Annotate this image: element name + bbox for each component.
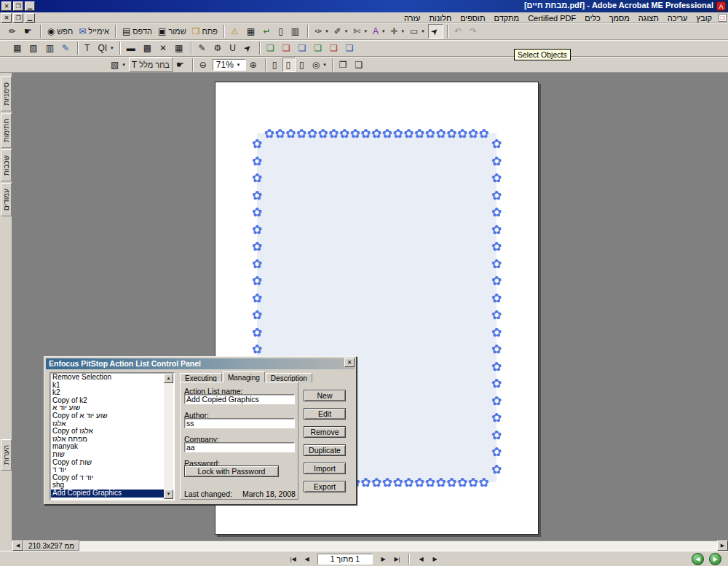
underline-tool[interactable]: U [227,41,240,55]
previous-page-button[interactable]: ◀ [301,553,313,565]
undo-button[interactable]: ↶ [452,24,466,39]
halftone-tool[interactable]: ▩ [141,41,156,55]
doc-restore-button[interactable]: ❐ [13,13,23,23]
scrollbar-track[interactable] [164,383,173,490]
zoom-level-select[interactable]: 71% [213,59,246,71]
first-page-button[interactable]: |◀ [287,553,299,565]
previous-view-circle-button[interactable]: ◀ [692,553,704,565]
doc-close-button[interactable]: ✕ [1,13,12,23]
properties-tool[interactable]: ⚙ [211,41,226,55]
form-tool[interactable]: ▥ [289,24,304,39]
action-list-item[interactable]: שות [51,451,164,459]
align-tool[interactable]: ▬ [124,41,140,55]
text-color-dropdown[interactable]: A [371,24,387,39]
redo-button[interactable]: ↷ [467,24,481,39]
sidebar-tab[interactable]: סימניות [1,76,12,111]
menu-item[interactable]: כלים [580,13,604,23]
action-list-item[interactable]: Copy of שות [51,459,164,467]
open-button[interactable]: ❒ פתח [190,24,220,39]
company-input[interactable]: aa [184,442,295,452]
fit-page-button[interactable]: ▯ [282,58,296,72]
next-page-button[interactable]: ▶ [377,553,389,565]
menu-item[interactable]: חלונות [424,13,456,23]
new-button[interactable]: New [304,390,346,401]
action-list-item[interactable]: Copy of אלגז [51,428,164,436]
zoom-out-button[interactable]: ⊖ [197,58,211,72]
action-list-item[interactable]: אלגז [51,420,164,428]
scroll-left-button[interactable]: ◀ [12,541,23,551]
action-doc-button-4[interactable]: ❏ [312,41,326,55]
action-doc-button-3[interactable]: ❏ [296,41,310,55]
action-list-item[interactable]: Add Copied Graphics [51,490,164,498]
export-button[interactable]: Export [304,481,346,492]
menu-item[interactable]: Certified PDF [523,13,580,23]
author-input[interactable]: ss [184,418,295,428]
pointer-tool[interactable]: ➤ [242,41,256,55]
action-list-item[interactable]: Remove Selection [51,374,164,382]
print-button[interactable]: ▤ הדפס [120,24,154,39]
action-list-item[interactable]: k2 [51,389,164,397]
fit-width-button[interactable]: ▯ [297,58,309,72]
shape-tools-dropdown[interactable]: ▭ [408,24,427,39]
page-number-field[interactable]: 1 מתוך 1 [317,554,373,565]
previous-view-button[interactable]: ◀ [415,553,427,565]
minimize-button[interactable]: ▁ [25,1,35,11]
scrollbar-track[interactable] [79,541,717,551]
last-page-button[interactable]: ▶| [391,553,403,565]
pitstop-grid-tool[interactable]: ▦ [11,41,25,55]
qi-dropdown[interactable]: QI [95,41,115,55]
select-text-button[interactable]: T בחר מלל [129,58,173,72]
save-button[interactable]: ▣ שמור [156,24,189,39]
edit-text-tool[interactable]: T [82,41,94,55]
action-list-name-input[interactable]: Add Copied Graphics [184,394,295,404]
object-select-dropdown[interactable]: ▧ [108,58,127,72]
email-button[interactable]: ✉ אימייל [76,24,111,39]
zoom-in-button[interactable]: ⊕ [248,58,261,72]
delete-object-tool[interactable]: ✕ [157,41,171,55]
pitstop-edit-tool[interactable]: ✏ [7,24,20,39]
action-doc-button-5[interactable]: ❏ [328,41,342,55]
menu-item[interactable]: תוספים [456,13,489,23]
action-list-item[interactable]: Copy of k2 [51,397,164,405]
action-list-item[interactable]: k1 [51,382,164,390]
action-doc-button-1[interactable]: ❏ [264,41,279,55]
next-page-view-button[interactable]: ❑ [352,58,367,72]
next-view-button[interactable]: ▶ [429,553,441,565]
dialog-titlebar[interactable]: Enfocus PitStop Action List Control Pane… [46,358,355,369]
close-button[interactable]: ✕ [1,1,12,11]
find-button[interactable]: ◉ חפש [45,24,75,39]
restore-button[interactable]: ❐ [13,1,23,11]
actual-size-button[interactable]: ▯ [270,58,282,72]
select-objects-tool[interactable]: ➤ [428,24,443,39]
panel-tool[interactable]: ▯ [276,24,288,39]
crosshair-tools-dropdown[interactable]: ✛ [388,24,406,39]
edit-button[interactable]: Edit [304,408,346,420]
dialog-tab[interactable]: Managing [223,372,265,382]
action-doc-button-6[interactable]: ❏ [344,41,358,55]
menu-item[interactable]: קובץ [692,13,716,23]
menu-item[interactable]: תצוגה [634,13,663,23]
sidebar-tab[interactable]: עמודים [1,183,12,216]
doc-minimize-button[interactable]: ▁ [25,13,35,23]
menu-item[interactable]: עריכה [663,13,692,23]
preflight-warning-tool[interactable]: ⚠ [229,24,243,39]
marking-tools-dropdown[interactable]: ✄ [351,24,369,39]
menu-item[interactable]: עזרה [400,13,424,23]
loupe-dropdown[interactable]: ◎ [310,58,328,72]
pitstop-eyedropper-tool[interactable]: ✎ [60,41,74,55]
action-list-item[interactable]: Copy of שוע יוד א [51,412,164,420]
scroll-up-button[interactable]: ▲ [164,374,173,383]
dialog-close-button[interactable]: ✕ [344,358,355,367]
duplicate-button[interactable]: Duplicate [304,444,346,456]
import-button[interactable]: Import [304,463,346,474]
next-view-circle-button[interactable]: ▶ [709,553,721,565]
sidebar-tab-comments[interactable]: הערות [1,439,12,471]
lock-with-password-button[interactable]: Lock with Password [184,465,279,477]
snap-tool[interactable]: ↵ [261,24,274,39]
pencil-tool[interactable]: ✎ [196,41,210,55]
previous-page-view-button[interactable]: ❐ [337,58,352,72]
transparency-grid-tool[interactable]: ▦ [245,24,259,39]
sidebar-tab[interactable]: חתימות [1,113,12,148]
comment-tools-dropdown[interactable]: ✑ [312,24,331,39]
action-list-item[interactable]: מפתח אלגז [51,436,164,444]
